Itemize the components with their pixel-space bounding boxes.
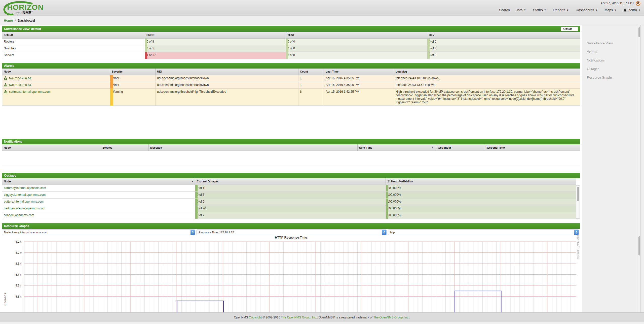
opennms-horizon-logo[interactable]: HORIZON openNMS® [4,2,49,16]
col-header-dev[interactable]: DEV [427,32,580,38]
col-header-prod[interactable]: PROD [145,32,286,38]
opennms-group-link[interactable]: The OpenNMS Group, Inc. [281,316,317,319]
copyright-link[interactable]: Copyright [249,316,262,319]
outage-node-link[interactable]: barbrady.internal.opennms.com [4,186,46,190]
sort-desc-icon: ▼ [431,146,433,149]
outage-current-value: 0 of 11 [197,186,206,190]
col-header-node[interactable]: Node▲ [2,178,195,185]
svg-text:6.0 m: 6.0 m [16,240,22,243]
warning-triangle-icon [4,83,7,87]
footer-end: . [409,316,410,319]
status-value: 0 of 0 [429,47,436,50]
nav-item-dashboards[interactable]: Dashboards ▼ [576,8,598,12]
col-header-uei[interactable]: UEI [156,69,298,75]
status-strip [427,52,430,59]
surveillance-status-cell[interactable]: 0 of 0 [286,38,427,45]
outage-node-link[interactable]: biggayal.internal.opennms.com [4,193,46,197]
col-header-availability[interactable]: 24 Hour Availability [386,178,576,185]
app-header: HORIZON openNMS® Apr 17, 2016 11:57 EDT … [0,0,644,16]
outage-node-link[interactable]: connect.opennms.com [4,213,34,217]
surveillance-status-cell[interactable]: 0 of 8 [145,38,286,45]
surveillance-category: Servers [2,52,145,59]
outage-node-link[interactable]: butters.internal.opennms.com [4,200,44,203]
sidebar-link-alarms[interactable]: Alarms [587,48,644,56]
col-header-service[interactable]: Service [101,144,149,151]
col-header-respond-time[interactable]: Respond Time [484,144,580,151]
sidebar-link-notifications[interactable]: Notifications [587,56,644,65]
alarm-row: cartman.internal.opennms.com Warning uei… [2,89,580,106]
resource-select[interactable]: Response Time: 172.20.1.12 [197,230,387,235]
outage-current-cell: 0 of 5 [195,199,386,205]
nav-item-status[interactable]: Status ▼ [533,8,546,12]
status-strip [427,39,430,45]
surveillance-title: Surveillance view: default [4,27,41,31]
sidebar-link-outages[interactable]: Outages [587,65,644,73]
alarm-node-link[interactable]: cartman.internal.opennms.com [9,90,51,93]
nav-item-search[interactable]: Search [499,8,510,12]
chart-title: HTTP Response Time [2,235,580,240]
outage-row: barbrady.internal.opennms.com 0 of 11 10… [2,185,576,192]
alarm-node-link[interactable]: twc-rr-nc-2-la-ca [9,83,31,87]
surveillance-status-cell[interactable]: 0 of 1 [145,45,286,52]
http-response-time-chart: HTTP Response Time 6.0 m5.9 m5.8 m5.7 m5… [2,235,580,312]
alarm-row: twc-rr-nc-2-la-ca Minor uei.opennms.org/… [2,82,580,89]
status-strip [286,39,288,45]
resource-select[interactable]: Node: kenny.internal.opennms.com [2,230,195,235]
chart-plot: 6.0 m5.9 m5.8 m5.7 m5.6 m5.5 mSeconds [2,240,580,312]
sidebar-link-resource-graphs[interactable]: Resource Graphs [587,73,644,82]
chevron-down-icon: ▼ [544,9,546,11]
alarms-dashlet: Alarms Node Severity UEI Count Last Time… [2,63,580,136]
outage-availability-value: 100.000% [387,193,401,197]
breadcrumb-home-link[interactable]: Home [4,19,13,22]
surveillance-status-cell[interactable]: 0 of 0 [427,45,580,52]
alarm-log-msg: Interface 24.93.73.62 is down. [394,82,580,89]
nav-item-label: Reports [553,8,565,12]
outages-table: Node▲ Current Outages 24 Hour Availabili… [2,178,576,219]
opennms-group-link[interactable]: The OpenNMS Group, Inc. [373,316,409,319]
logo-subtitle: openNMS® [15,11,33,15]
sidebar-link-surveillance-view[interactable]: Surveillance View [587,39,644,48]
resource-select[interactable]: http [388,230,579,235]
alarm-count: 8 [298,89,324,106]
notifications-off-icon[interactable] [636,1,640,6]
surveillance-view-select[interactable]: default [561,27,578,31]
surveillance-status-cell[interactable]: 1 of 17 [145,52,286,59]
alarm-node-link[interactable]: twc-rr-nc-2-la-ca [9,76,31,80]
nav-item-label: Search [499,8,510,12]
surveillance-status-cell[interactable]: 0 of 0 [286,52,427,59]
outage-node-link[interactable]: cartman.internal.opennms.com [4,207,45,210]
col-header-current-outages[interactable]: Current Outages [195,178,386,185]
page-scrollbar[interactable] [638,25,641,312]
col-header-node[interactable]: Node [2,144,101,151]
col-header-last-time[interactable]: Last Time [324,69,394,75]
user-menu[interactable]: demo ▼ [623,8,640,12]
nav-item-label: Dashboards [576,8,594,12]
scrollbar-thumb[interactable] [638,27,640,37]
outage-current-cell: 0 of 20 [195,205,386,212]
status-strip [145,52,147,59]
surveillance-status-cell[interactable]: 0 of 0 [286,45,427,52]
col-header-message[interactable]: Message [149,144,358,151]
surveillance-status-cell[interactable]: 0 of 0 [427,38,580,45]
col-header-test[interactable]: TEST [286,32,427,38]
col-header-log-msg[interactable]: Log Msg [394,69,580,75]
nav-item-reports[interactable]: Reports ▼ [553,8,569,12]
col-header-default[interactable]: default [2,32,145,38]
col-header-severity[interactable]: Severity [110,69,156,75]
col-header-sent-time[interactable]: Sent Time▼ [358,144,435,151]
surveillance-status-cell[interactable]: 0 of 0 [427,52,580,59]
resource-select-value: Node: kenny.internal.opennms.com [4,231,47,234]
col-header-node[interactable]: Node [2,69,110,75]
nav-item-maps[interactable]: Maps ▼ [604,8,616,12]
scrollbar-thumb[interactable] [638,236,640,255]
nav-item-info[interactable]: Info ▼ [517,8,526,12]
surveillance-category: Routers [2,38,145,45]
outage-row: biggayal.internal.opennms.com 0 of 3 100… [2,192,576,199]
alarm-node-cell: twc-rr-nc-2-la-ca [2,82,110,89]
severity-color-bar [110,82,113,89]
col-header-responder[interactable]: Responder [435,144,484,151]
col-header-count[interactable]: Count [298,69,324,75]
outages-scrollbar[interactable] [576,185,580,219]
logo-title: HORIZON [7,3,44,12]
outages-scrollbar-thumb[interactable] [577,187,579,201]
